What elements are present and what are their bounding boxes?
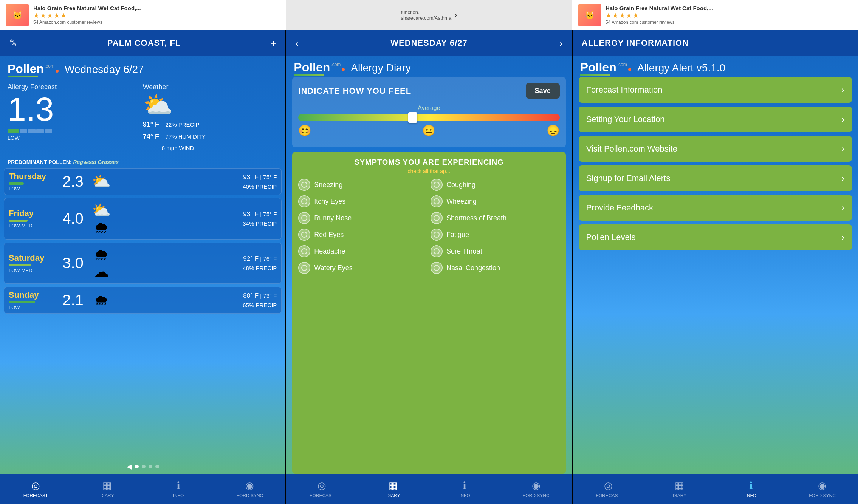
- weather-humidity: 77% HUMIDITY: [166, 133, 206, 140]
- info-tab-forecast[interactable]: ◎ FORECAST: [573, 474, 644, 504]
- symptom-checkbox[interactable]: [431, 179, 443, 191]
- dot-3[interactable]: [149, 465, 152, 468]
- info-menu-label: Provide Feedback: [586, 203, 653, 213]
- ford-sync-icon: ◉: [245, 480, 254, 492]
- symptom-item[interactable]: Sore Throat: [431, 245, 560, 257]
- symptoms-section: SYMPTOMS YOU ARE EXPERIENCING check all …: [292, 152, 565, 474]
- add-icon[interactable]: +: [271, 37, 276, 49]
- allergy-level-label: LOW: [8, 135, 143, 141]
- day-weather-icon: 🌧: [88, 292, 115, 309]
- day-number: 3.0: [58, 255, 88, 272]
- symptom-item[interactable]: Red Eyes: [298, 229, 427, 241]
- symptom-item[interactable]: Headache: [298, 245, 427, 257]
- symptom-label: Sore Throat: [446, 247, 482, 255]
- diary-tab-info[interactable]: ℹ INFO: [429, 474, 500, 504]
- dot-4[interactable]: [155, 465, 159, 468]
- tab-ford-sync[interactable]: ◉ FORD SYNC: [214, 474, 285, 504]
- info-tab-bar: ◎ FORECAST ▦ DIARY ℹ INFO ◉ FORD SYNC: [573, 474, 858, 504]
- check-icon: [434, 215, 440, 221]
- dot-2[interactable]: [142, 465, 146, 468]
- diary-diary-icon: ▦: [389, 480, 398, 492]
- symptom-checkbox[interactable]: [298, 179, 310, 191]
- diary-tab-diary[interactable]: ▦ DIARY: [358, 474, 429, 504]
- edit-icon[interactable]: ✎: [9, 37, 17, 49]
- feel-slider-track[interactable]: [298, 114, 559, 121]
- feel-section: INDICATE HOW YOU FEEL Save Average 😊 😐 😞: [292, 77, 565, 147]
- diary-next-icon[interactable]: ›: [559, 37, 563, 49]
- info-ford-icon: ◉: [818, 480, 827, 492]
- info-menu-item[interactable]: Visit Pollen.com Website ›: [579, 136, 852, 162]
- panels-container: ✎ PALM COAST, FL + Pollen .com Wednesday…: [0, 30, 858, 504]
- symptom-item[interactable]: Fatigue: [431, 229, 560, 241]
- symptom-checkbox[interactable]: [298, 195, 310, 207]
- symptom-checkbox[interactable]: [431, 229, 443, 241]
- emoji-sad: 😞: [547, 124, 560, 137]
- feel-emojis: 😊 😐 😞: [298, 124, 559, 137]
- tab-diary[interactable]: ▦ DIARY: [71, 474, 143, 504]
- ad-left[interactable]: 🐱 Halo Grain Free Natural Wet Cat Food,.…: [0, 0, 286, 30]
- forecast-row: Sunday LOW 2.1 🌧 88° F | 73° F 65% PRECI…: [4, 287, 282, 314]
- bar-segment-green: [8, 129, 19, 133]
- dot-1[interactable]: [135, 465, 139, 468]
- symptom-label: Coughing: [446, 181, 475, 189]
- day-name: Friday: [9, 209, 58, 218]
- info-menu-item[interactable]: Signup for Email Alerts ›: [579, 165, 852, 191]
- save-button[interactable]: Save: [526, 83, 560, 99]
- info-menu-item[interactable]: Forecast Information ›: [579, 77, 852, 103]
- info-tab-info[interactable]: ℹ INFO: [715, 474, 787, 504]
- symptom-checkbox[interactable]: [431, 262, 443, 274]
- diary-prev-icon[interactable]: ‹: [295, 37, 299, 49]
- symptom-checkbox[interactable]: [298, 262, 310, 274]
- info-menu-item[interactable]: Provide Feedback ›: [579, 195, 852, 221]
- symptom-item[interactable]: Watery Eyes: [298, 262, 427, 274]
- info-menu-item[interactable]: Setting Your Location ›: [579, 107, 852, 132]
- forecast-location: PALM COAST, FL: [107, 38, 181, 48]
- forecast-row: Thursday LOW 2.3 ⛅ 93° F | 75° F 40% PRE…: [4, 168, 282, 195]
- symptom-item[interactable]: Itchy Eyes: [298, 195, 427, 207]
- tab-forecast[interactable]: ◎ FORECAST: [0, 474, 71, 504]
- symptom-item[interactable]: Coughing: [431, 179, 560, 191]
- svg-point-0: [302, 182, 307, 187]
- svg-point-9: [434, 249, 439, 254]
- symptom-label: Runny Nose: [314, 214, 352, 222]
- day-weather-icon: ⛅🌧: [88, 201, 115, 236]
- nav-arrow-left[interactable]: ◀: [127, 462, 132, 471]
- symptom-checkbox[interactable]: [298, 245, 310, 257]
- feel-slider-thumb[interactable]: [408, 112, 417, 123]
- tab-info[interactable]: ℹ INFO: [143, 474, 214, 504]
- diary-tab-icon: ▦: [102, 480, 112, 492]
- symptom-item[interactable]: Runny Nose: [298, 212, 427, 224]
- forecast-main-section: Allergy Forecast 1.3 LOW Weather ⛅ 91° F: [0, 80, 285, 158]
- svg-point-5: [434, 215, 439, 221]
- panel-forecast: ✎ PALM COAST, FL + Pollen .com Wednesday…: [0, 30, 286, 504]
- info-menu-label: Visit Pollen.com Website: [586, 144, 677, 154]
- symptom-checkbox[interactable]: [298, 229, 310, 241]
- symptom-checkbox[interactable]: [431, 245, 443, 257]
- day-bar: [9, 220, 28, 222]
- symptom-item[interactable]: Sneezing: [298, 179, 427, 191]
- ad-banner: 🐱 Halo Grain Free Natural Wet Cat Food,.…: [0, 0, 858, 30]
- info-header: ALLERGY INFORMATION: [573, 30, 858, 56]
- symptom-item[interactable]: Wheezing: [431, 195, 560, 207]
- symptom-checkbox[interactable]: [431, 212, 443, 224]
- symptom-checkbox[interactable]: [431, 195, 443, 207]
- symptom-item[interactable]: Nasal Congestion: [431, 262, 560, 274]
- ad-middle[interactable]: function.sharecare.com/Asthma ›: [286, 0, 572, 30]
- info-menu-item[interactable]: Pollen Levels ›: [579, 224, 852, 250]
- diary-tab-forecast[interactable]: ◎ FORECAST: [286, 474, 358, 504]
- ad-stars-right: ★★★: [606, 12, 626, 19]
- predominant-label: PREDOMINANT POLLEN:: [8, 159, 72, 165]
- diary-tab-ford[interactable]: ◉ FORD SYNC: [500, 474, 572, 504]
- info-tab-diary[interactable]: ▦ DIARY: [644, 474, 715, 504]
- symptom-checkbox[interactable]: [298, 212, 310, 224]
- symptom-item[interactable]: Shortness of Breath: [431, 212, 560, 224]
- ad-right[interactable]: 🐱 Halo Grain Free Natural Wet Cat Food,.…: [572, 0, 858, 30]
- ad-title-right: Halo Grain Free Natural Wet Cat Food,...: [606, 5, 713, 11]
- info-tab-ford[interactable]: ◉ FORD SYNC: [787, 474, 858, 504]
- weather-label: Weather: [143, 83, 169, 91]
- weather-stats: 91° F 22% PRECIP 74° F 77% HUMIDITY 8 mp…: [143, 118, 206, 153]
- symptoms-grid: Sneezing Coughing Itchy Eyes Wheezing: [298, 179, 559, 274]
- info-menu-label: Forecast Information: [586, 85, 663, 95]
- check-icon: [301, 182, 307, 188]
- ad-review-right: 54 Amazon.com customer reviews: [606, 20, 713, 25]
